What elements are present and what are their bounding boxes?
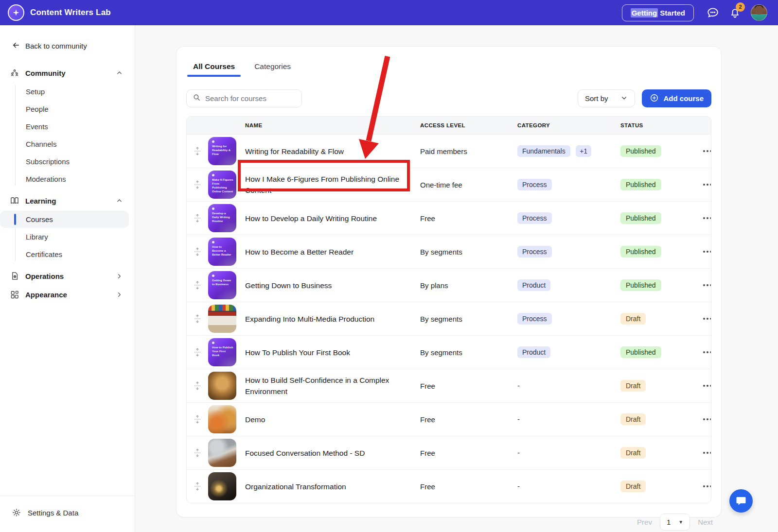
row-actions-menu-icon[interactable]	[703, 385, 711, 387]
status-badge: Draft	[620, 413, 646, 425]
row-actions-menu-icon[interactable]	[703, 284, 711, 286]
course-name: Demo	[245, 414, 420, 425]
sidebar-section-learning[interactable]: Learning	[0, 191, 135, 210]
drag-handle-icon[interactable]	[187, 448, 208, 458]
row-actions-menu-icon[interactable]	[703, 150, 711, 152]
row-actions-menu-icon[interactable]	[703, 251, 711, 253]
sidebar-section-community[interactable]: Community	[0, 64, 135, 82]
drag-handle-icon[interactable]	[187, 347, 208, 357]
table-row[interactable]: How to Build Self-Confidence in a Comple…	[187, 369, 711, 402]
sidebar-item-subscriptions[interactable]: Subscriptions	[0, 153, 129, 170]
drag-handle-icon[interactable]	[187, 180, 208, 189]
table-row[interactable]: Writing for Readability & Flow Writing f…	[187, 134, 711, 168]
course-category-cell: Fundamentals +1 -	[517, 145, 620, 157]
course-access-level: Paid members	[420, 147, 517, 155]
drag-handle-icon[interactable]	[187, 481, 208, 491]
course-thumbnail: How to Publish Your First Book	[208, 338, 236, 366]
course-status-cell: Published	[620, 179, 703, 190]
pagination-prev[interactable]: Prev	[637, 518, 652, 526]
tab-categories[interactable]: Categories	[253, 58, 292, 77]
course-category-cell: Process -	[517, 179, 620, 190]
row-actions-menu-icon[interactable]	[703, 217, 711, 219]
course-status-cell: Draft	[620, 313, 703, 325]
row-actions-menu-icon[interactable]	[703, 184, 711, 186]
sidebar-item-people[interactable]: People	[0, 101, 129, 118]
sidebar-item-library[interactable]: Library	[0, 228, 129, 245]
drag-handle-icon[interactable]	[187, 414, 208, 424]
chevron-up-icon	[116, 197, 123, 205]
search-icon	[193, 93, 201, 103]
app-logo-icon[interactable]	[8, 4, 24, 21]
pagination-next[interactable]: Next	[698, 518, 713, 526]
row-actions-menu-icon[interactable]	[703, 418, 711, 420]
messages-icon[interactable]	[707, 6, 719, 19]
table-row[interactable]: Demo Free - - Draft	[187, 402, 711, 436]
thumbnail-logo-dot	[212, 174, 214, 176]
row-actions-menu-icon[interactable]	[703, 485, 711, 487]
category-badge: Process	[517, 313, 552, 325]
notifications-bell-icon[interactable]: 2	[729, 7, 741, 19]
course-name: Organizational Transformation	[245, 481, 420, 492]
table-row[interactable]: Organizational Transformation Free - - D…	[187, 469, 711, 503]
sidebar-item-channels[interactable]: Channels	[0, 136, 129, 153]
drag-handle-icon[interactable]	[187, 280, 208, 290]
table-row[interactable]: How to Become a Better Reader How to Bec…	[187, 235, 711, 268]
course-tabs: All Courses Categories	[186, 58, 711, 77]
drag-handle-icon[interactable]	[187, 381, 208, 391]
chevron-right-icon	[116, 273, 123, 280]
sidebar-item-certificates[interactable]: Certificates	[0, 246, 129, 263]
course-access-level: Free	[420, 449, 517, 457]
row-actions-menu-icon[interactable]	[703, 452, 711, 454]
row-actions-menu-icon[interactable]	[703, 318, 711, 320]
sidebar-section-operations[interactable]: Operations	[0, 267, 135, 285]
back-to-community-link[interactable]: Back to community	[0, 38, 135, 54]
category-empty: -	[517, 448, 520, 457]
course-access-level: One-time fee	[420, 181, 517, 189]
course-access-level: By segments	[420, 315, 517, 323]
category-extra-badge: +1	[576, 145, 591, 157]
thumbnail-logo-dot	[212, 207, 214, 210]
user-avatar[interactable]	[751, 4, 767, 21]
search-input[interactable]	[205, 94, 296, 103]
operations-icon	[10, 271, 19, 281]
status-badge: Published	[620, 179, 661, 190]
courses-toolbar: Sort by Add course	[186, 89, 711, 107]
course-category-cell: Process -	[517, 246, 620, 257]
course-name: How to Build Self-Confidence in a Comple…	[245, 375, 420, 397]
course-category-cell: - -	[517, 381, 620, 390]
add-course-button[interactable]: Add course	[642, 89, 711, 107]
table-row[interactable]: How to Publish Your First Book How To Pu…	[187, 335, 711, 369]
search-courses-box[interactable]	[186, 89, 302, 107]
pagination-page-select[interactable]: 1 ▼	[660, 514, 690, 531]
sort-by-dropdown[interactable]: Sort by	[578, 89, 636, 107]
course-access-level: Free	[420, 482, 517, 491]
drag-handle-icon[interactable]	[187, 247, 208, 257]
column-header-status: STATUS	[620, 122, 703, 128]
sidebar-item-moderations[interactable]: Moderations	[0, 171, 129, 188]
status-badge: Draft	[620, 380, 646, 392]
table-row[interactable]: Expanding Into Multi-Media Production By…	[187, 302, 711, 335]
table-row[interactable]: Getting Down to Business Getting Down to…	[187, 268, 711, 302]
settings-and-data-link[interactable]: Settings & Data	[12, 508, 123, 517]
category-badge: Process	[517, 179, 552, 190]
learning-book-icon	[10, 196, 19, 206]
drag-handle-icon[interactable]	[187, 213, 208, 223]
row-actions-menu-icon[interactable]	[703, 351, 711, 353]
course-status-cell: Published	[620, 279, 703, 291]
sidebar-item-events[interactable]: Events	[0, 118, 129, 135]
drag-handle-icon[interactable]	[187, 146, 208, 156]
course-thumbnail: Develop a Daily Writing Routine	[208, 204, 236, 232]
tab-all-courses[interactable]: All Courses	[192, 58, 236, 77]
table-row[interactable]: Make 6-Figures From Publishing Online Co…	[187, 168, 711, 201]
sidebar-item-courses[interactable]: Courses	[0, 211, 129, 228]
getting-started-button[interactable]: Getting Started	[622, 4, 694, 21]
course-access-level: Free	[420, 415, 517, 424]
table-row[interactable]: Develop a Daily Writing Routine How to D…	[187, 201, 711, 235]
table-row[interactable]: Focused Conversation Method - SD Free - …	[187, 436, 711, 469]
chat-widget-button[interactable]	[729, 489, 753, 513]
status-badge: Draft	[620, 313, 646, 325]
sidebar-item-setup[interactable]: Setup	[0, 83, 129, 100]
column-header-name: NAME	[245, 122, 420, 128]
sidebar-section-appearance[interactable]: Appearance	[0, 285, 135, 304]
drag-handle-icon[interactable]	[187, 314, 208, 324]
